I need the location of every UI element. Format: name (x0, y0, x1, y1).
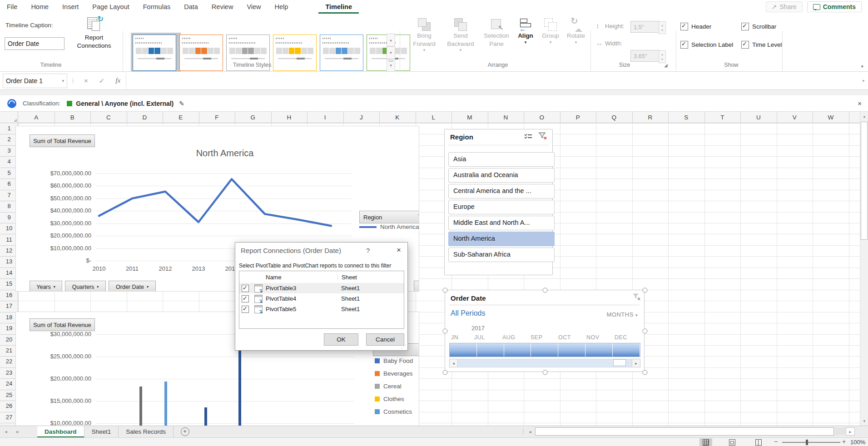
column-header-G[interactable]: G (235, 112, 272, 123)
height-spinner[interactable]: ▲▼ (659, 21, 666, 34)
quarters-field-button[interactable]: Quarters▾ (65, 281, 106, 292)
tab-help[interactable]: Help (268, 0, 295, 14)
selection-handle[interactable] (643, 370, 648, 375)
tab-timeline[interactable]: Timeline (318, 0, 359, 14)
clear-timeline-filter-icon[interactable] (632, 293, 640, 302)
slicer-item-north-america[interactable]: North America (448, 232, 555, 246)
collapse-ribbon-icon[interactable]: ▴ (861, 63, 863, 69)
pivot-report-list[interactable]: Name Sheet PivotTable3 Sheet1 PivotTable… (239, 271, 404, 329)
timeline-scroll-right-icon[interactable]: ▸ (632, 359, 640, 367)
column-header-W[interactable]: W (813, 112, 849, 123)
resize-grip-icon[interactable]: ⋰ (401, 344, 406, 350)
report-connections-dialog[interactable]: Report Connections (Order Date) ? × Sele… (235, 242, 408, 351)
tab-home[interactable]: Home (24, 0, 55, 14)
scroll-up-icon[interactable]: ▴ (860, 112, 868, 121)
slicer-item-asia[interactable]: Asia (448, 152, 555, 167)
column-header-O[interactable]: O (524, 112, 560, 123)
scroll-down-icon[interactable]: ▾ (860, 416, 868, 426)
normal-view-icon[interactable] (699, 438, 712, 446)
name-box-divider-icon[interactable]: ⋮ (67, 77, 79, 84)
show-scrollbar-checkbox[interactable]: Scrollbar (741, 23, 776, 30)
timeline-style-option-4[interactable] (271, 33, 321, 75)
help-icon[interactable]: ? (366, 247, 370, 254)
column-header-N[interactable]: N (488, 112, 525, 123)
horizontal-scroll-thumb[interactable] (535, 427, 834, 436)
sheet-nav-left-icon[interactable]: ◂ (0, 426, 12, 437)
insert-function-icon[interactable]: fx (110, 77, 126, 84)
column-header-H[interactable]: H (271, 112, 308, 123)
column-header-F[interactable]: F (199, 112, 236, 123)
bring-forward-button[interactable]: Bring Forward ▾ (408, 17, 441, 53)
years-field-button[interactable]: Years▾ (30, 281, 62, 292)
column-header-M[interactable]: M (451, 112, 488, 123)
value-field-button[interactable]: Sum of Total Revenue (30, 318, 95, 331)
tab-file[interactable]: File (0, 0, 24, 14)
cancel-formula-icon[interactable]: × (79, 77, 94, 84)
sheet-tab-dashboard[interactable]: Dashboard (37, 426, 84, 437)
order-date-field-button[interactable]: Order Date▾ (109, 281, 156, 292)
row-header-17[interactable]: 17 (0, 301, 18, 312)
show-selection-label-checkbox[interactable]: Selection Label (680, 41, 733, 49)
hscroll-left-icon[interactable]: ◂ (526, 427, 534, 436)
sheet-nav-right-icon[interactable]: ▸ (12, 426, 24, 437)
tab-view[interactable]: View (240, 0, 268, 14)
gallery-more-icon[interactable]: ▾ (387, 59, 395, 72)
edit-classification-icon[interactable]: ✎ (179, 100, 184, 107)
column-header-V[interactable]: V (777, 112, 813, 123)
column-header-U[interactable]: U (740, 112, 777, 123)
align-button[interactable]: ← Align ▾ (515, 17, 536, 45)
gallery-scroll-up-icon[interactable]: ▴ (387, 34, 395, 46)
column-header-T[interactable]: T (704, 112, 741, 123)
selection-handle[interactable] (543, 370, 548, 375)
column-header-C[interactable]: C (90, 112, 127, 123)
legend-item[interactable]: Clothes (375, 396, 404, 402)
sheet-tab-sales-records[interactable]: Sales Records (119, 426, 174, 437)
show-header-checkbox[interactable]: Header (680, 23, 711, 30)
cancel-button[interactable]: Cancel (366, 333, 404, 346)
column-header-P[interactable]: P (560, 112, 597, 123)
legend-item[interactable]: Beverages (375, 370, 413, 377)
selection-handle[interactable] (443, 329, 448, 334)
column-header-D[interactable]: D (127, 112, 164, 123)
group-button[interactable]: Group ▾ (539, 17, 562, 45)
column-header-J[interactable]: J (343, 112, 380, 123)
show-time-level-checkbox[interactable]: Time Level (741, 41, 782, 49)
tab-splitter-icon[interactable]: ⋮ (521, 428, 526, 435)
column-header-S[interactable]: S (668, 112, 705, 123)
multi-select-icon[interactable] (524, 133, 532, 142)
comments-button[interactable]: Comments (807, 1, 862, 12)
tab-formulas[interactable]: Formulas (136, 0, 177, 14)
timeline-style-option-1[interactable] (131, 33, 181, 75)
share-button[interactable]: ↗Share (766, 1, 803, 12)
select-all-corner[interactable]: ◢ (0, 112, 18, 123)
legend-field-button[interactable]: Region (359, 211, 419, 223)
field-buttons-overflow[interactable] (414, 281, 419, 292)
column-header-E[interactable]: E (163, 112, 199, 123)
tab-data[interactable]: Data (177, 0, 205, 14)
tab-review[interactable]: Review (205, 0, 240, 14)
slicer-item-europe[interactable]: Europe (448, 200, 555, 214)
close-icon[interactable]: × (397, 246, 401, 255)
hscroll-track[interactable] (834, 428, 845, 435)
clear-filter-icon[interactable] (539, 132, 547, 142)
timeline-style-option-3[interactable] (224, 33, 274, 75)
ok-button[interactable]: OK (324, 333, 358, 346)
order-date-timeline[interactable]: Order Date All Periods MONTHS ▾ 2017 JNJ… (445, 290, 645, 372)
checkbox-icon[interactable] (242, 285, 249, 292)
horizontal-scrollbar[interactable]: ◂ ▸ (526, 427, 856, 436)
selection-handle[interactable] (443, 370, 448, 375)
zoom-out-icon[interactable]: − (774, 438, 778, 445)
column-header-K[interactable]: K (379, 112, 416, 123)
vertical-scrollbar[interactable]: ▴ ▾ (860, 112, 868, 426)
column-header-A[interactable]: A (18, 112, 55, 123)
timeline-selection-bar[interactable] (449, 343, 640, 357)
timeline-style-option-5[interactable] (318, 33, 368, 75)
slicer-item-sub-saharan-africa[interactable]: Sub-Saharan Africa (448, 248, 555, 262)
timeline-caption-input[interactable] (5, 37, 64, 50)
checkbox-icon[interactable] (242, 295, 249, 302)
list-item-pivottable5[interactable]: PivotTable5 Sheet1 (239, 304, 404, 314)
selection-pane-button[interactable]: ↖ Selection Pane (481, 17, 512, 48)
legend-item[interactable]: North America (359, 223, 419, 230)
slicer-item-australia-oceania[interactable]: Australia and Oceania (448, 168, 555, 183)
column-header-I[interactable]: I (307, 112, 344, 123)
